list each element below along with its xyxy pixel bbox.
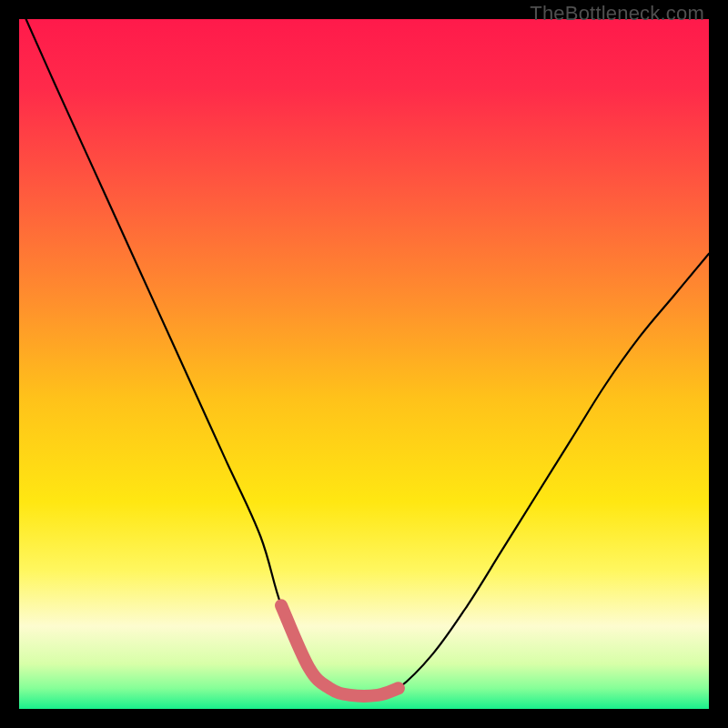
plot-area <box>19 19 709 709</box>
curve-layer <box>19 19 709 709</box>
chart-frame: TheBottleneck.com <box>0 0 728 728</box>
optimal-zone-highlight <box>281 605 399 696</box>
watermark-text: TheBottleneck.com <box>530 2 704 25</box>
bottleneck-curve <box>26 19 709 696</box>
